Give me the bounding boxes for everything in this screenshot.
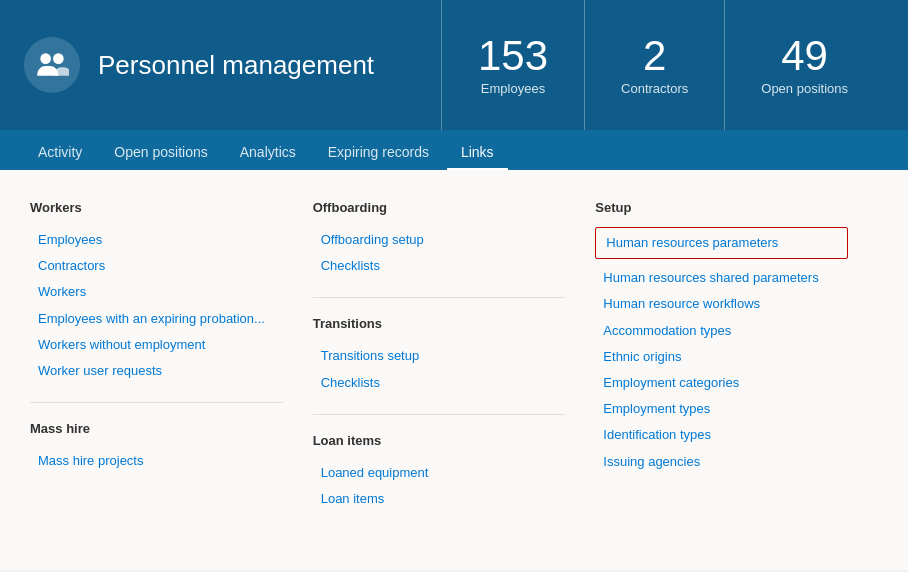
link-transitions-setup[interactable]: Transitions setup <box>313 343 566 369</box>
stats-bar: 153 Employees 2 Contractors 49 Open posi… <box>441 0 884 130</box>
link-identification-types[interactable]: Identification types <box>595 422 848 448</box>
contractors-label: Contractors <box>621 81 688 96</box>
app-title: Personnel management <box>98 50 441 81</box>
workers-column: Workers Employees Contractors Workers Em… <box>30 200 313 512</box>
link-contractors[interactable]: Contractors <box>30 253 283 279</box>
workers-section-title: Workers <box>30 200 283 215</box>
link-hr-parameters-highlighted[interactable]: Human resources parameters <box>595 227 848 259</box>
link-issuing-agencies[interactable]: Issuing agencies <box>595 449 848 475</box>
employees-stat[interactable]: 153 Employees <box>441 0 584 130</box>
people-icon <box>35 48 69 82</box>
open-positions-count: 49 <box>781 35 828 77</box>
link-workers-without-employment[interactable]: Workers without employment <box>30 332 283 358</box>
nav-analytics[interactable]: Analytics <box>226 136 310 170</box>
page-header: Personnel management 153 Employees 2 Con… <box>0 0 908 130</box>
link-workers[interactable]: Workers <box>30 279 283 305</box>
contractors-count: 2 <box>643 35 666 77</box>
app-icon <box>24 37 80 93</box>
offboarding-divider <box>313 297 566 298</box>
links-content: Workers Employees Contractors Workers Em… <box>0 170 908 570</box>
link-mass-hire-projects[interactable]: Mass hire projects <box>30 448 283 474</box>
offboarding-column: Offboarding Offboarding setup Checklists… <box>313 200 596 512</box>
main-nav: Activity Open positions Analytics Expiri… <box>0 130 908 170</box>
link-employees[interactable]: Employees <box>30 227 283 253</box>
employees-label: Employees <box>481 81 545 96</box>
link-loan-items[interactable]: Loan items <box>313 486 566 512</box>
setup-column: Setup Human resources parameters Human r… <box>595 200 878 512</box>
svg-point-1 <box>53 53 64 64</box>
link-loaned-equipment[interactable]: Loaned equipment <box>313 460 566 486</box>
link-employment-types[interactable]: Employment types <box>595 396 848 422</box>
link-ethnic-origins[interactable]: Ethnic origins <box>595 344 848 370</box>
contractors-stat[interactable]: 2 Contractors <box>584 0 724 130</box>
loan-items-section-title: Loan items <box>313 433 566 448</box>
open-positions-label: Open positions <box>761 81 848 96</box>
link-accommodation-types[interactable]: Accommodation types <box>595 318 848 344</box>
open-positions-stat[interactable]: 49 Open positions <box>724 0 884 130</box>
link-offboarding-checklists[interactable]: Checklists <box>313 253 566 279</box>
link-offboarding-setup[interactable]: Offboarding setup <box>313 227 566 253</box>
link-expiring-probation[interactable]: Employees with an expiring probation... <box>30 306 283 332</box>
offboarding-section-title: Offboarding <box>313 200 566 215</box>
nav-activity[interactable]: Activity <box>24 136 96 170</box>
transitions-section-title: Transitions <box>313 316 566 331</box>
link-transitions-checklists[interactable]: Checklists <box>313 370 566 396</box>
setup-section-title: Setup <box>595 200 848 215</box>
link-hr-shared-parameters[interactable]: Human resources shared parameters <box>595 265 848 291</box>
workers-divider <box>30 402 283 403</box>
mass-hire-section-title: Mass hire <box>30 421 283 436</box>
nav-expiring-records[interactable]: Expiring records <box>314 136 443 170</box>
svg-point-0 <box>40 53 51 64</box>
nav-links[interactable]: Links <box>447 136 508 170</box>
employees-count: 153 <box>478 35 548 77</box>
link-hr-workflows[interactable]: Human resource workflows <box>595 291 848 317</box>
link-employment-categories[interactable]: Employment categories <box>595 370 848 396</box>
links-columns: Workers Employees Contractors Workers Em… <box>30 200 878 512</box>
link-worker-user-requests[interactable]: Worker user requests <box>30 358 283 384</box>
transitions-divider <box>313 414 566 415</box>
nav-open-positions[interactable]: Open positions <box>100 136 221 170</box>
